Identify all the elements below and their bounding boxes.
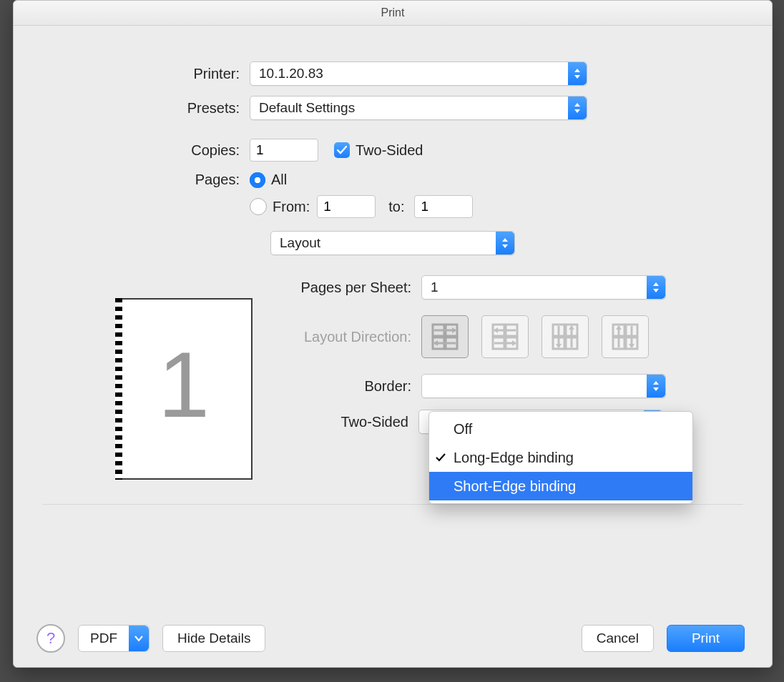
page-preview: 1	[115, 298, 253, 480]
printer-label: Printer:	[14, 66, 250, 82]
pdf-button[interactable]: PDF	[78, 625, 150, 652]
section-select[interactable]: Layout	[270, 231, 515, 255]
two-sided-label: Two-Sided	[356, 142, 423, 159]
pages-to-input[interactable]	[414, 195, 473, 218]
stepper-arrows-icon	[496, 232, 514, 254]
copies-input[interactable]	[250, 139, 318, 162]
border-select[interactable]	[421, 374, 666, 398]
print-button[interactable]: Print	[667, 625, 745, 652]
layout-direction-2[interactable]	[481, 315, 529, 358]
pps-label: Pages per Sheet:	[14, 280, 421, 296]
stepper-arrows-icon	[568, 62, 587, 85]
pages-all-radio[interactable]	[250, 172, 265, 188]
pages-all-label: All	[271, 172, 287, 188]
presets-value: Default Settings	[250, 100, 568, 116]
printer-select[interactable]: 10.1.20.83	[250, 61, 587, 86]
stepper-arrows-icon	[568, 97, 587, 119]
pps-select[interactable]: 1	[421, 275, 666, 300]
menu-item-off[interactable]: Off	[429, 415, 692, 443]
preview-page-number: 1	[117, 331, 251, 438]
stepper-arrows-icon	[647, 375, 665, 397]
pps-value: 1	[422, 280, 647, 295]
pages-from-label: From:	[273, 199, 310, 215]
menu-item-long-edge[interactable]: Long-Edge binding	[429, 443, 692, 472]
window-title: Print	[14, 1, 772, 26]
two-sided-menu[interactable]: Off Long-Edge binding Short-Edge binding	[428, 411, 693, 504]
pages-to-label: to:	[388, 199, 404, 215]
chevron-down-icon	[129, 626, 149, 651]
hide-details-button[interactable]: Hide Details	[162, 625, 265, 652]
pages-from-input[interactable]	[317, 195, 376, 218]
two-sided-checkbox[interactable]	[334, 142, 350, 158]
pages-range-radio[interactable]	[250, 198, 267, 215]
pdf-button-label: PDF	[79, 631, 129, 646]
presets-select[interactable]: Default Settings	[250, 96, 587, 120]
help-button[interactable]: ?	[36, 624, 65, 653]
cancel-button[interactable]: Cancel	[582, 625, 654, 652]
printer-value: 10.1.20.83	[250, 66, 568, 81]
divider	[42, 504, 743, 505]
layout-direction-1[interactable]	[421, 315, 469, 358]
menu-item-short-edge[interactable]: Short-Edge binding	[429, 472, 692, 500]
section-value: Layout	[271, 235, 496, 251]
print-dialog: Print Printer: 10.1.20.83 Presets: Defau…	[13, 0, 773, 668]
presets-label: Presets:	[14, 100, 250, 117]
copies-label: Copies:	[14, 142, 250, 159]
layout-direction-4[interactable]	[602, 315, 649, 358]
layout-direction-3[interactable]	[542, 315, 589, 358]
stepper-arrows-icon	[647, 276, 665, 299]
pages-label: Pages:	[14, 172, 250, 188]
checkmark-icon	[435, 450, 446, 467]
